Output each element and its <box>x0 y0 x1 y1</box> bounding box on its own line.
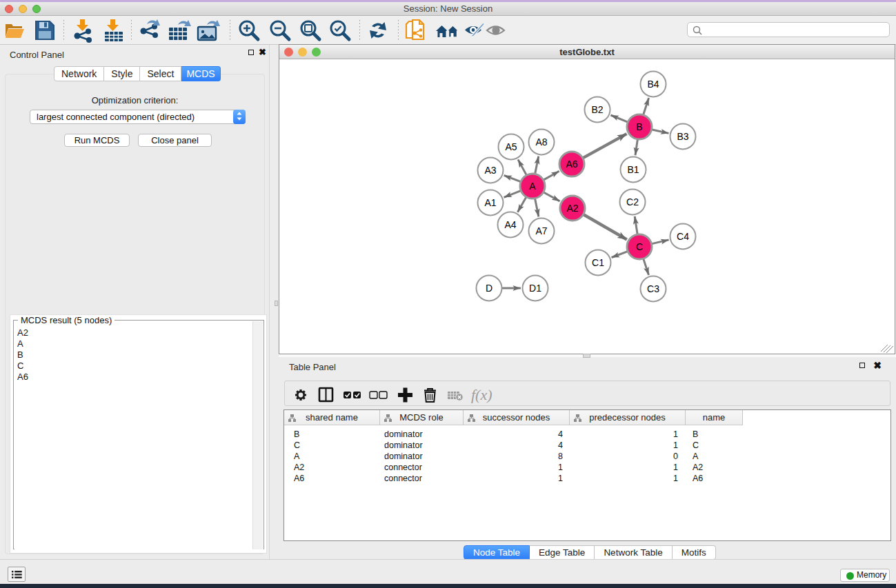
svg-text:B4: B4 <box>647 79 659 90</box>
svg-text:A6: A6 <box>566 159 577 170</box>
svg-text:C3: C3 <box>647 283 659 294</box>
svg-text:A3: A3 <box>484 165 496 176</box>
svg-text:A5: A5 <box>505 141 517 152</box>
svg-text:C: C <box>636 241 643 252</box>
svg-text:A7: A7 <box>535 225 547 236</box>
svg-text:f(x): f(x) <box>471 386 492 403</box>
svg-text:A: A <box>529 181 536 192</box>
svg-text:B1: B1 <box>627 164 639 175</box>
svg-text:D1: D1 <box>529 283 541 294</box>
svg-text:A8: A8 <box>535 136 547 148</box>
svg-text:A1: A1 <box>484 197 496 208</box>
svg-text:C1: C1 <box>592 257 604 268</box>
svg-text:B: B <box>636 121 642 132</box>
svg-text:C4: C4 <box>677 231 689 242</box>
svg-text:B2: B2 <box>591 104 603 115</box>
svg-text:A4: A4 <box>504 219 516 230</box>
svg-text:B3: B3 <box>677 131 688 142</box>
svg-text:A2: A2 <box>566 203 578 214</box>
svg-text:C2: C2 <box>626 196 639 207</box>
svg-text:D: D <box>486 283 492 294</box>
